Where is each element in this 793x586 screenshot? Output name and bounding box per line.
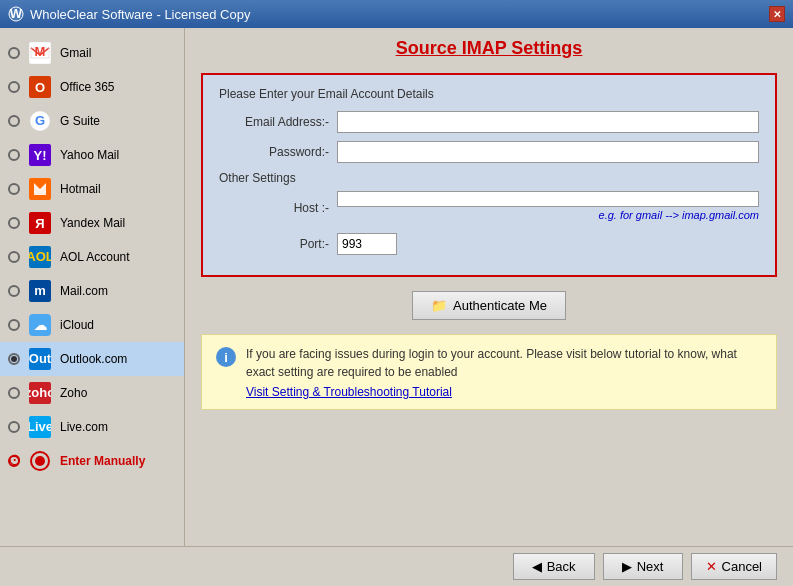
window-title: WholeClear Software - Licensed Copy bbox=[30, 7, 250, 22]
outlook-icon: Out bbox=[28, 347, 52, 371]
svg-text:G: G bbox=[35, 113, 45, 128]
radio-mail[interactable] bbox=[8, 285, 20, 297]
sidebar-label-enter-manually: Enter Manually bbox=[60, 454, 145, 468]
radio-outlook[interactable] bbox=[8, 353, 20, 365]
email-label: Email Address:- bbox=[219, 115, 329, 129]
svg-text:Y!: Y! bbox=[34, 148, 47, 163]
svg-text:M: M bbox=[35, 44, 46, 59]
radio-zoho[interactable] bbox=[8, 387, 20, 399]
radio-yandex[interactable] bbox=[8, 217, 20, 229]
sidebar-label-zoho: Zoho bbox=[60, 386, 87, 400]
host-input[interactable] bbox=[337, 191, 759, 207]
zoho-icon: zoho bbox=[28, 381, 52, 405]
hotmail-icon bbox=[28, 177, 52, 201]
sidebar-label-yahoo: Yahoo Mail bbox=[60, 148, 119, 162]
info-box: i If you are facing issues during login … bbox=[201, 334, 777, 410]
gmail-icon: M bbox=[28, 41, 52, 65]
radio-aol[interactable] bbox=[8, 251, 20, 263]
radio-live[interactable] bbox=[8, 421, 20, 433]
sidebar-item-icloud[interactable]: ☁ iCloud bbox=[0, 308, 184, 342]
svg-text:zoho: zoho bbox=[29, 385, 51, 400]
info-icon: i bbox=[216, 347, 236, 367]
host-row: Host :- e.g. for gmail --> imap.gmail.co… bbox=[219, 191, 759, 225]
sidebar-item-zoho[interactable]: zoho Zoho bbox=[0, 376, 184, 410]
form-panel: Please Enter your Email Account Details … bbox=[201, 73, 777, 277]
content-area: Source IMAP Settings Please Enter your E… bbox=[185, 28, 793, 586]
cancel-label: Cancel bbox=[722, 559, 762, 574]
auth-btn-row: 📁 Authenticate Me bbox=[201, 291, 777, 320]
info-text: If you are facing issues during login to… bbox=[246, 347, 737, 379]
sidebar-item-enter-manually[interactable]: ⊙ Enter Manually bbox=[0, 444, 184, 478]
live-icon: Live bbox=[28, 415, 52, 439]
icloud-icon: ☁ bbox=[28, 313, 52, 337]
sidebar-label-gmail: Gmail bbox=[60, 46, 91, 60]
page-title: Source IMAP Settings bbox=[201, 38, 777, 59]
host-hint: e.g. for gmail --> imap.gmail.com bbox=[337, 209, 759, 221]
next-label: Next bbox=[637, 559, 664, 574]
svg-text:☁: ☁ bbox=[34, 318, 47, 333]
back-label: Back bbox=[547, 559, 576, 574]
sidebar-label-outlook: Outlook.com bbox=[60, 352, 127, 366]
sidebar-item-office365[interactable]: O Office 365 bbox=[0, 70, 184, 104]
svg-text:Out: Out bbox=[29, 351, 51, 366]
radio-office365[interactable] bbox=[8, 81, 20, 93]
radio-icloud[interactable] bbox=[8, 319, 20, 331]
radio-yahoo[interactable] bbox=[8, 149, 20, 161]
radio-gmail[interactable] bbox=[8, 47, 20, 59]
close-button[interactable]: ✕ bbox=[769, 6, 785, 22]
svg-text:Live: Live bbox=[29, 419, 51, 434]
radio-enter[interactable]: ⊙ bbox=[8, 455, 20, 467]
enter-manually-icon bbox=[28, 449, 52, 473]
cancel-button[interactable]: ✕ Cancel bbox=[691, 553, 777, 580]
radio-gsuite[interactable] bbox=[8, 115, 20, 127]
sidebar-label-mail: Mail.com bbox=[60, 284, 108, 298]
aol-icon: AOL bbox=[28, 245, 52, 269]
app-icon: W bbox=[8, 6, 24, 22]
next-button[interactable]: ▶ Next bbox=[603, 553, 683, 580]
port-input[interactable] bbox=[337, 233, 397, 255]
sidebar-item-gmail[interactable]: M Gmail bbox=[0, 36, 184, 70]
back-icon: ◀ bbox=[532, 559, 542, 574]
svg-text:W: W bbox=[10, 6, 23, 21]
password-input[interactable] bbox=[337, 141, 759, 163]
radio-hotmail[interactable] bbox=[8, 183, 20, 195]
svg-point-27 bbox=[35, 456, 45, 466]
yahoo-icon: Y! bbox=[28, 143, 52, 167]
sidebar-item-live[interactable]: Live Live.com bbox=[0, 410, 184, 444]
sidebar-item-yandex[interactable]: Я Yandex Mail bbox=[0, 206, 184, 240]
sidebar-item-hotmail[interactable]: Hotmail bbox=[0, 172, 184, 206]
port-label: Port:- bbox=[219, 237, 329, 251]
sidebar-label-gsuite: G Suite bbox=[60, 114, 100, 128]
sidebar-item-aol[interactable]: AOL AOL Account bbox=[0, 240, 184, 274]
sidebar-item-yahoo[interactable]: Y! Yahoo Mail bbox=[0, 138, 184, 172]
password-label: Password:- bbox=[219, 145, 329, 159]
sidebar-item-mail[interactable]: m Mail.com bbox=[0, 274, 184, 308]
mail-icon: m bbox=[28, 279, 52, 303]
sidebar: M Gmail O Office 365 G G Suite Y! Yahoo … bbox=[0, 28, 185, 586]
sidebar-label-hotmail: Hotmail bbox=[60, 182, 101, 196]
email-input[interactable] bbox=[337, 111, 759, 133]
form-panel-title: Please Enter your Email Account Details bbox=[219, 87, 759, 101]
yandex-icon: Я bbox=[28, 211, 52, 235]
port-row: Port:- bbox=[219, 233, 759, 255]
password-row: Password:- bbox=[219, 141, 759, 163]
svg-text:AOL: AOL bbox=[29, 249, 51, 264]
office365-icon: O bbox=[28, 75, 52, 99]
main-container: M Gmail O Office 365 G G Suite Y! Yahoo … bbox=[0, 28, 793, 586]
info-content: If you are facing issues during login to… bbox=[246, 345, 762, 399]
other-settings-label: Other Settings bbox=[219, 171, 759, 185]
sidebar-label-aol: AOL Account bbox=[60, 250, 130, 264]
troubleshooting-link[interactable]: Visit Setting & Troubleshooting Tutorial bbox=[246, 385, 762, 399]
back-button[interactable]: ◀ Back bbox=[513, 553, 595, 580]
authenticate-icon: 📁 bbox=[431, 298, 447, 313]
sidebar-item-gsuite[interactable]: G G Suite bbox=[0, 104, 184, 138]
authenticate-button[interactable]: 📁 Authenticate Me bbox=[412, 291, 566, 320]
authenticate-label: Authenticate Me bbox=[453, 298, 547, 313]
sidebar-label-icloud: iCloud bbox=[60, 318, 94, 332]
titlebar: W WholeClear Software - Licensed Copy ✕ bbox=[0, 0, 793, 28]
sidebar-item-outlook[interactable]: Out Outlook.com bbox=[0, 342, 184, 376]
host-label: Host :- bbox=[219, 201, 329, 215]
sidebar-label-live: Live.com bbox=[60, 420, 108, 434]
cancel-icon: ✕ bbox=[706, 559, 717, 574]
email-row: Email Address:- bbox=[219, 111, 759, 133]
